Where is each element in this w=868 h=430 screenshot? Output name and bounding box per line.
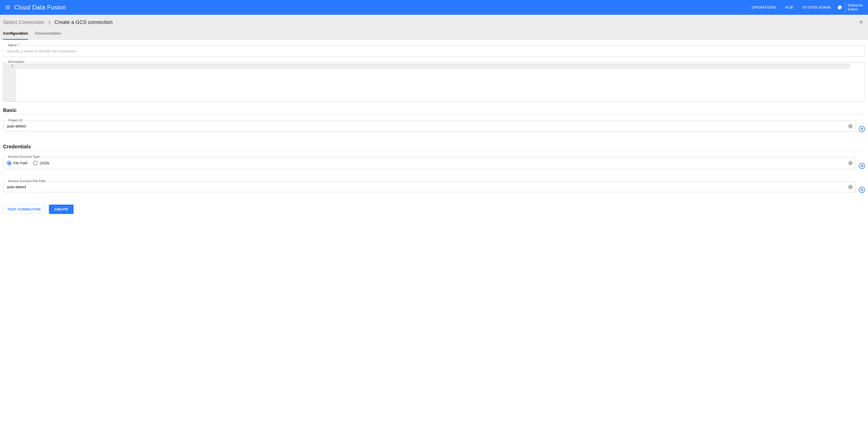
name-input[interactable] bbox=[3, 46, 865, 56]
radio-filepath[interactable]: File Path bbox=[7, 161, 28, 165]
breadcrumb-current: Create a GCS connection bbox=[55, 19, 113, 25]
section-basic: Basic bbox=[3, 107, 865, 113]
breadcrumb-back[interactable]: Select Connection bbox=[3, 19, 44, 25]
gutter-line-1: 1 bbox=[11, 64, 13, 68]
sa-type-fieldset: Service Account Type File Path JSON ? bbox=[3, 157, 856, 169]
svg-text:?: ? bbox=[849, 185, 851, 189]
project-id-row: Project ID ? M bbox=[3, 121, 865, 137]
radio-json[interactable]: JSON bbox=[33, 161, 49, 165]
section-credentials: Credentials bbox=[3, 144, 865, 150]
nav-operations[interactable]: OPERATIONS bbox=[747, 5, 781, 9]
settings-icon[interactable] bbox=[835, 3, 844, 12]
subheader: Select Connection ❯ Create a GCS connect… bbox=[0, 15, 868, 40]
edition-line2: Edition bbox=[848, 7, 863, 11]
form-body: Name Description 1 Basic Project ID ? M … bbox=[0, 40, 868, 222]
tab-bar: Configuration Documentation bbox=[0, 29, 868, 40]
sa-filepath-label: Service Account File Path bbox=[6, 179, 47, 183]
name-fieldset: Name bbox=[3, 45, 865, 57]
action-row: TEST CONNECTION CREATE bbox=[3, 205, 865, 214]
tab-configuration[interactable]: Configuration bbox=[3, 29, 28, 40]
divider bbox=[3, 151, 865, 151]
menu-icon[interactable] bbox=[3, 2, 13, 12]
radio-filepath-label: File Path bbox=[13, 161, 28, 165]
divider bbox=[3, 114, 865, 114]
radio-icon bbox=[7, 161, 11, 165]
header-divider bbox=[845, 2, 845, 12]
svg-text:?: ? bbox=[849, 124, 851, 128]
brand-title: Cloud Data Fusion bbox=[14, 4, 66, 11]
project-id-label: Project ID bbox=[6, 118, 24, 122]
help-icon[interactable]: ? bbox=[848, 124, 853, 129]
chevron-right-icon: ❯ bbox=[48, 20, 51, 24]
macro-badge[interactable]: M bbox=[859, 187, 865, 193]
sa-type-row: Service Account Type File Path JSON ? M bbox=[3, 157, 865, 175]
test-connection-button[interactable]: TEST CONNECTION bbox=[3, 205, 45, 214]
editor-gutter: 1 bbox=[3, 62, 16, 101]
nav-hub[interactable]: HUB bbox=[781, 5, 798, 9]
project-id-fieldset: Project ID ? bbox=[3, 121, 856, 132]
sa-filepath-row: Service Account File Path ? M bbox=[3, 181, 865, 198]
breadcrumb: Select Connection ❯ Create a GCS connect… bbox=[0, 15, 868, 29]
radio-icon bbox=[33, 161, 38, 165]
help-icon[interactable]: ? bbox=[848, 185, 853, 190]
create-button[interactable]: CREATE bbox=[49, 205, 73, 214]
edition-label: Enterprise Edition bbox=[848, 3, 865, 12]
sa-filepath-input[interactable] bbox=[3, 182, 856, 192]
svg-text:?: ? bbox=[849, 161, 851, 165]
description-input[interactable] bbox=[16, 62, 865, 101]
close-icon[interactable] bbox=[857, 18, 865, 26]
edition-line1: Enterprise bbox=[848, 3, 863, 7]
radio-json-label: JSON bbox=[40, 161, 49, 165]
nav-system-admin[interactable]: SYSTEM ADMIN bbox=[798, 5, 835, 9]
sa-type-label: Service Account Type bbox=[6, 155, 41, 159]
macro-badge[interactable]: M bbox=[859, 163, 865, 169]
description-fieldset: Description 1 bbox=[3, 62, 865, 102]
help-icon[interactable]: ? bbox=[848, 161, 853, 166]
tab-documentation[interactable]: Documentation bbox=[35, 29, 61, 40]
name-label: Name bbox=[6, 43, 20, 47]
top-header: Cloud Data Fusion OPERATIONS HUB SYSTEM … bbox=[0, 0, 868, 15]
project-id-input[interactable] bbox=[3, 121, 856, 131]
macro-badge[interactable]: M bbox=[859, 126, 865, 132]
sa-filepath-fieldset: Service Account File Path ? bbox=[3, 181, 856, 192]
